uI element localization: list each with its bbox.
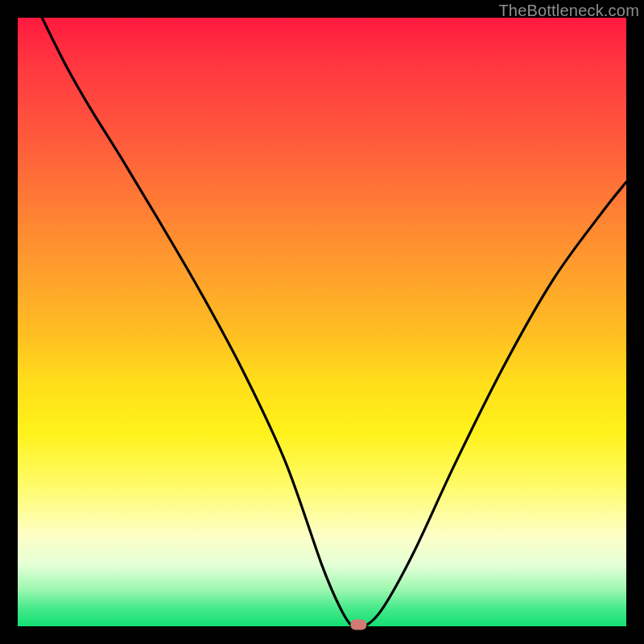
- chart-frame: TheBottleneck.com: [0, 0, 644, 644]
- minimum-marker: [350, 620, 366, 630]
- bottleneck-curve: [42, 18, 626, 629]
- curve-layer: [18, 18, 626, 626]
- plot-area: [18, 18, 626, 626]
